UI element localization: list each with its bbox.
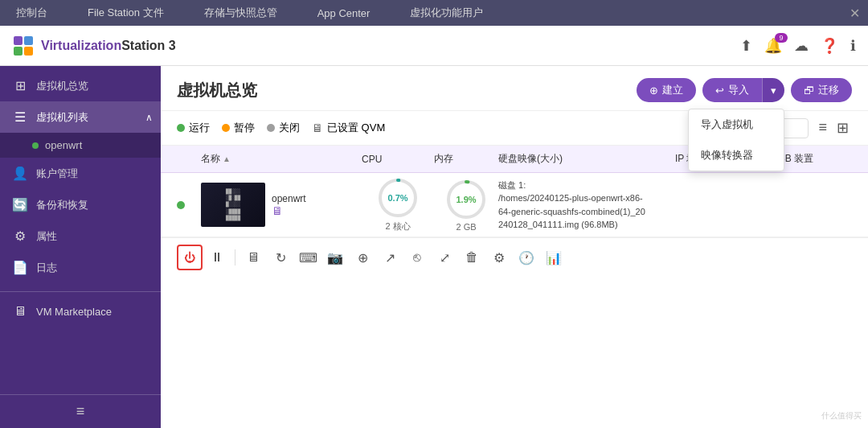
- share2-button[interactable]: ⤢: [432, 245, 457, 270]
- sidebar-item-properties[interactable]: ⚙ 属性: [0, 220, 161, 252]
- vm-thumbnail-inner: ██░░░░█░███░░░░░█████████: [201, 183, 265, 227]
- sidebar-item-openwrt[interactable]: openwrt: [0, 133, 161, 158]
- vm-monitor-icon: 🖥: [272, 204, 306, 217]
- header-bar: VirtualizationStation 3 ⬆ 🔔 9 ☁ ❓ ℹ: [0, 26, 868, 66]
- table-header-cpu[interactable]: CPU: [362, 152, 434, 166]
- screen-icon: 🖥: [312, 121, 323, 134]
- header-buttons: ⊕ 建立 ↩ 导入 ▾ 导入虚拟机 映像转换器 🗗: [637, 78, 852, 102]
- mem-gauge-container: 1.9% 2 GB: [434, 179, 498, 232]
- sidebar-item-vm-list[interactable]: ☰ 虚拟机列表 ∧: [0, 101, 161, 133]
- vm-name-text: openwrt 🖥: [272, 193, 306, 217]
- migrate-button[interactable]: 🗗 迁移: [791, 78, 852, 102]
- paused-dot: [222, 124, 230, 132]
- sidebar-item-account[interactable]: 👤 账户管理: [0, 158, 161, 189]
- sidebar-label-account: 账户管理: [36, 167, 78, 181]
- running-status-dot: [32, 142, 39, 149]
- cpu-percent-label: 0.7%: [387, 193, 407, 203]
- sidebar-label-properties: 属性: [36, 229, 57, 244]
- bell-icon[interactable]: 🔔 9: [764, 37, 782, 55]
- import-dropdown-button[interactable]: ▾: [762, 78, 784, 102]
- sidebar-item-backup[interactable]: 🔄 备份和恢复: [0, 189, 161, 220]
- grid-view-icon[interactable]: ⊞: [833, 117, 852, 138]
- move-button[interactable]: ↗: [377, 245, 403, 270]
- vm-running-dot: [177, 201, 185, 209]
- sidebar-label-vm-list: 虚拟机列表: [36, 110, 88, 125]
- info-icon[interactable]: ℹ: [850, 37, 856, 55]
- vm-status-cell: [177, 201, 201, 209]
- delete-button[interactable]: 🗑: [459, 245, 485, 270]
- vm-toolbar: ⏻ ⏸ 🖥 ↻ ⌨ 📷 ⊕ ↗ ⎋ ⤢ 🗑 ⚙ 🕐 📊: [161, 237, 868, 277]
- svg-rect-3: [24, 47, 33, 56]
- notification-badge: 9: [775, 33, 788, 43]
- cloud-icon[interactable]: ☁: [794, 37, 809, 55]
- close-button[interactable]: ✕: [850, 6, 860, 21]
- header-icons: ⬆ 🔔 9 ☁ ❓ ℹ: [740, 37, 856, 55]
- monitor-button[interactable]: 📊: [541, 245, 567, 270]
- cpu-gauge-container: 0.7% 2 核心: [362, 177, 434, 233]
- dropdown-item-import-vm[interactable]: 导入虚拟机: [689, 109, 784, 140]
- time-button[interactable]: 🕐: [514, 245, 539, 270]
- settings-button[interactable]: ⚙: [486, 245, 512, 270]
- content-area: 虚拟机总览 ⊕ 建立 ↩ 导入 ▾ 导入虚拟机 映像转换器: [161, 66, 868, 428]
- upload-icon[interactable]: ⬆: [740, 37, 752, 55]
- table-header-memory[interactable]: 内存: [434, 152, 498, 166]
- logo-purple: Virtualization: [41, 39, 121, 52]
- status-paused: 暂停: [222, 121, 255, 135]
- marketplace-icon: 🖥: [12, 304, 28, 319]
- running-label: 运行: [189, 121, 210, 135]
- sidebar-bottom: ≡: [0, 394, 161, 428]
- view-icons: ≡ ⊞: [815, 117, 852, 138]
- table-header-name[interactable]: 名称 ▲: [201, 152, 362, 166]
- mem-percent-label: 1.9%: [456, 195, 476, 204]
- power-button[interactable]: ⏻: [177, 245, 203, 270]
- cpu-gauge-wrapper: 0.7%: [377, 177, 419, 219]
- create-button[interactable]: ⊕ 建立: [637, 78, 696, 102]
- sidebar-label-backup: 备份和恢复: [36, 198, 88, 212]
- sidebar: ⊞ 虚拟机总览 ☰ 虚拟机列表 ∧ openwrt 👤 账户管理 🔄 备份和恢复…: [0, 66, 161, 428]
- vm-thumbnail: ██░░░░█░███░░░░░█████████: [201, 183, 265, 227]
- display-button[interactable]: 🖥: [240, 245, 266, 270]
- sidebar-item-vm-overview[interactable]: ⊞ 虚拟机总览: [0, 70, 161, 101]
- backup-icon: 🔄: [12, 197, 28, 212]
- running-dot: [177, 124, 185, 132]
- nav-item-storage[interactable]: 存储与快照总管: [196, 0, 285, 26]
- nav-item-console[interactable]: 控制台: [8, 0, 55, 26]
- pause-button[interactable]: ⏸: [204, 245, 230, 270]
- sidebar-item-marketplace[interactable]: 🖥 VM Marketplace: [0, 296, 161, 327]
- shutdown-dot: [267, 124, 275, 132]
- nav-item-appcenter[interactable]: App Center: [309, 0, 379, 26]
- table-header-disk[interactable]: 硬盘映像(大小): [498, 152, 675, 166]
- vm-name-label: openwrt: [272, 193, 306, 204]
- share-button[interactable]: ⎋: [404, 245, 430, 270]
- content-header: 虚拟机总览 ⊕ 建立 ↩ 导入 ▾ 导入虚拟机 映像转换器: [161, 66, 868, 111]
- refresh-button[interactable]: ↻: [268, 245, 293, 270]
- logo-area: VirtualizationStation 3: [12, 35, 176, 57]
- status-configured: 🖥 已设置 QVM: [312, 121, 385, 135]
- migrate-icon: 🗗: [804, 84, 814, 97]
- import-icon: ↩: [715, 84, 724, 97]
- paused-label: 暂停: [234, 121, 255, 135]
- disk-info-cell: 磁盘 1: /homes/20240125-plus-openwrt-x86- …: [498, 179, 675, 232]
- page-title: 虚拟机总览: [177, 80, 257, 101]
- keyboard-button[interactable]: ⌨: [295, 245, 321, 270]
- chevron-up-icon: ∧: [145, 112, 153, 123]
- sidebar-collapse-icon[interactable]: ≡: [0, 395, 161, 428]
- cpu-cores-label: 2 核心: [385, 220, 410, 233]
- status-shutdown: 关闭: [267, 121, 300, 135]
- question-icon[interactable]: ❓: [821, 37, 838, 55]
- account-icon: 👤: [12, 166, 28, 181]
- logo-icon: [12, 35, 35, 57]
- list-view-icon[interactable]: ≡: [815, 117, 830, 138]
- clone-button[interactable]: ⊕: [350, 245, 375, 270]
- nav-item-filestation[interactable]: File Station 文件: [80, 0, 172, 26]
- import-button[interactable]: ↩ 导入: [702, 78, 762, 102]
- shutdown-label: 关闭: [279, 121, 300, 135]
- sidebar-item-log[interactable]: 📄 日志: [0, 252, 161, 283]
- top-nav: 控制台 File Station 文件 存储与快照总管 App Center 虚…: [0, 0, 868, 26]
- dropdown-item-image-converter[interactable]: 映像转换器: [689, 140, 784, 171]
- nav-item-virtualization[interactable]: 虚拟化功能用户: [402, 0, 491, 26]
- name-header-label: 名称: [201, 152, 220, 166]
- snapshot-button[interactable]: 📷: [322, 245, 348, 270]
- sidebar-label-openwrt: openwrt: [45, 139, 82, 151]
- cpu-header-label: CPU: [362, 154, 382, 165]
